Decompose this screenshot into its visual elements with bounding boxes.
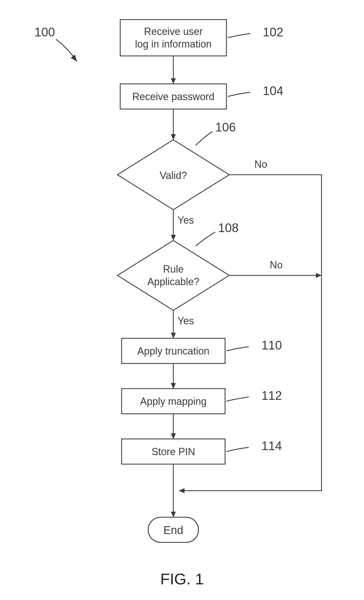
ref-104: 104	[263, 84, 283, 98]
leader-114	[226, 447, 249, 452]
leader-100-arrow	[71, 55, 77, 62]
edge-106-no	[179, 175, 322, 491]
ref-102: 102	[263, 25, 283, 39]
node-104-line1: Receive password	[132, 91, 214, 102]
node-102-line1: Receive user	[144, 26, 203, 37]
leader-112	[226, 397, 249, 401]
node-110-line1: Apply truncation	[137, 345, 209, 357]
ref-114: 114	[261, 439, 282, 453]
edge-108-no-label: No	[270, 259, 283, 271]
edge-106-no-arrow	[179, 488, 185, 493]
ref-106: 106	[215, 120, 236, 134]
node-102-box	[120, 20, 226, 56]
flowchart-figure: 100 Receive user log in information 102 …	[0, 0, 364, 600]
edge-108-yes-label: Yes	[178, 315, 194, 327]
node-114-line1: Store PIN	[152, 446, 195, 457]
node-108-diamond	[117, 240, 229, 310]
edge-106-no-label: No	[254, 159, 267, 170]
node-108-line2: Applicable?	[147, 276, 199, 287]
leader-108	[196, 232, 215, 246]
edge-114-end-arrow	[171, 512, 176, 517]
figure-label: FIG. 1	[160, 570, 204, 588]
edge-110-112-arrow	[171, 383, 176, 389]
node-102-line2: log in information	[135, 38, 212, 50]
edge-106-yes-label: Yes	[178, 214, 194, 226]
edge-102-104-arrow	[171, 78, 176, 84]
edge-112-114-arrow	[171, 433, 176, 439]
node-108-line1: Rule	[163, 263, 184, 275]
leader-106	[196, 131, 212, 145]
diagram-ref-100: 100	[34, 25, 55, 39]
ref-110: 110	[261, 338, 282, 352]
leader-102	[228, 34, 250, 38]
node-112-line1: Apply mapping	[140, 396, 207, 407]
ref-112: 112	[261, 389, 282, 402]
edge-108-no-arrow	[316, 273, 322, 278]
node-106-line1: Valid?	[160, 170, 187, 181]
ref-108: 108	[218, 221, 238, 235]
edge-106-yes-arrow	[171, 235, 176, 240]
edge-108-yes-arrow	[171, 333, 176, 338]
edge-104-106-arrow	[171, 134, 176, 140]
node-end-label: End	[163, 524, 183, 536]
leader-110	[226, 347, 249, 351]
leader-104	[228, 92, 250, 96]
